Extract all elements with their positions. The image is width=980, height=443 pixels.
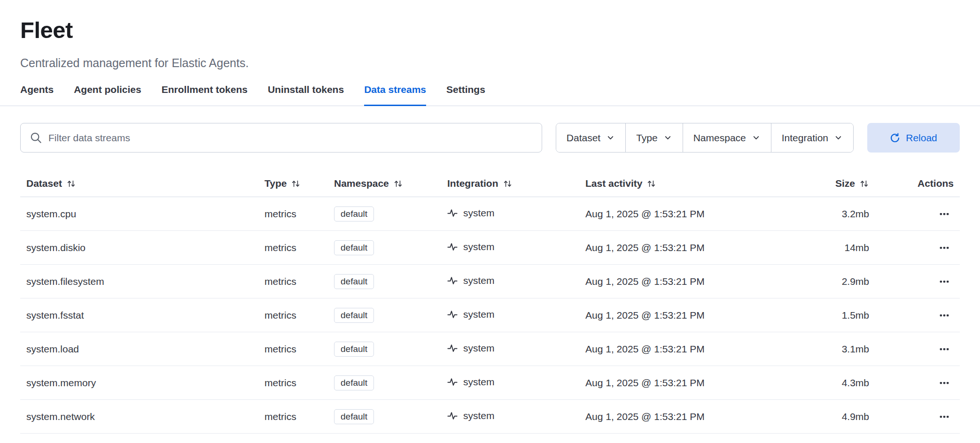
activity-icon (447, 411, 458, 421)
activity-icon (447, 377, 458, 387)
filter-dataset-label: Dataset (567, 132, 600, 144)
ellipsis-icon (939, 243, 949, 253)
tab-agents[interactable]: Agents (20, 84, 54, 106)
table-row: system.cpu metrics default system Aug 1,… (20, 197, 960, 231)
size-value: 4.9mb (842, 411, 869, 422)
namespace-badge: default (334, 240, 374, 255)
search-input[interactable] (48, 132, 532, 144)
integration-value: system (463, 343, 495, 354)
integration-value: system (463, 275, 495, 286)
row-actions-button[interactable] (935, 238, 954, 257)
size-value: 14mb (844, 242, 869, 253)
data-streams-table: Dataset Type Namespace Integration Last … (20, 170, 960, 434)
activity-icon (447, 343, 458, 353)
chevron-down-icon (752, 133, 761, 142)
filter-group: Dataset Type Namespace Integration (556, 123, 854, 153)
namespace-badge: default (334, 308, 374, 323)
integration-value: system (463, 410, 495, 421)
ellipsis-icon (939, 344, 949, 354)
namespace-badge: default (334, 206, 374, 222)
page-header: Fleet Centralized management for Elastic… (0, 0, 980, 106)
integration-value: system (463, 241, 495, 252)
type-value: metrics (264, 208, 296, 219)
namespace-badge: default (334, 375, 374, 390)
column-header-namespace[interactable]: Namespace (334, 178, 403, 189)
filter-type-button[interactable]: Type (625, 123, 683, 152)
size-value: 2.9mb (842, 276, 869, 287)
sort-icon (393, 179, 403, 189)
type-value: metrics (264, 310, 296, 321)
activity-icon (447, 242, 458, 252)
tabs-divider (0, 106, 980, 106)
type-value: metrics (264, 377, 296, 388)
dataset-value: system.cpu (26, 208, 76, 219)
sort-icon (859, 179, 869, 189)
row-actions-button[interactable] (935, 272, 954, 291)
type-value: metrics (264, 276, 296, 287)
last-activity-value: Aug 1, 2025 @ 1:53:21 PM (585, 344, 705, 354)
reload-label: Reload (906, 132, 937, 144)
filter-type-label: Type (636, 132, 658, 144)
toolbar: Dataset Type Namespace Integration Reloa… (20, 123, 960, 153)
table-header-row: Dataset Type Namespace Integration Last … (20, 170, 960, 197)
filter-namespace-label: Namespace (693, 132, 746, 144)
size-value: 3.2mb (842, 208, 869, 219)
table-row: system.fsstat metrics default system Aug… (20, 298, 960, 332)
reload-button[interactable]: Reload (867, 123, 960, 153)
tab-enrollment-tokens[interactable]: Enrollment tokens (162, 84, 248, 106)
activity-icon (447, 208, 458, 218)
activity-icon (447, 309, 458, 320)
table-row: system.diskio metrics default system Aug… (20, 231, 960, 265)
row-actions-button[interactable] (935, 407, 954, 426)
integration-value: system (463, 376, 495, 388)
table-row: system.load metrics default system Aug 1… (20, 332, 960, 366)
sort-icon (66, 179, 76, 189)
size-value: 4.3mb (842, 377, 869, 388)
dataset-value: system.diskio (26, 242, 86, 253)
filter-integration-label: Integration (782, 132, 828, 144)
tab-agent-policies[interactable]: Agent policies (74, 84, 141, 106)
namespace-badge: default (334, 274, 374, 289)
table-row: system.network metrics default system Au… (20, 400, 960, 434)
ellipsis-icon (939, 310, 949, 321)
filter-dataset-button[interactable]: Dataset (556, 123, 625, 152)
chevron-down-icon (834, 133, 843, 142)
last-activity-value: Aug 1, 2025 @ 1:53:21 PM (585, 377, 705, 388)
ellipsis-icon (939, 276, 949, 287)
row-actions-button[interactable] (935, 306, 954, 325)
integration-value: system (463, 207, 495, 219)
size-value: 3.1mb (842, 344, 869, 354)
dataset-value: system.fsstat (26, 310, 84, 321)
column-header-type[interactable]: Type (264, 178, 301, 189)
search-icon (30, 132, 42, 144)
tab-bar: Agents Agent policies Enrollment tokens … (20, 84, 960, 106)
tab-uninstall-tokens[interactable]: Uninstall tokens (268, 84, 344, 106)
ellipsis-icon (939, 412, 949, 422)
namespace-badge: default (334, 342, 374, 357)
dataset-value: system.memory (26, 377, 96, 388)
page-subtitle: Centralized management for Elastic Agent… (20, 56, 960, 70)
column-header-last-activity[interactable]: Last activity (585, 178, 656, 189)
page-title: Fleet (20, 17, 960, 43)
last-activity-value: Aug 1, 2025 @ 1:53:21 PM (585, 208, 705, 219)
row-actions-button[interactable] (935, 340, 954, 359)
filter-integration-button[interactable]: Integration (771, 123, 853, 152)
chevron-down-icon (663, 133, 672, 142)
column-header-dataset[interactable]: Dataset (26, 178, 76, 189)
last-activity-value: Aug 1, 2025 @ 1:53:21 PM (585, 411, 705, 422)
row-actions-button[interactable] (935, 374, 954, 392)
tab-settings[interactable]: Settings (446, 84, 485, 106)
chevron-down-icon (606, 133, 615, 142)
filter-namespace-button[interactable]: Namespace (683, 123, 771, 152)
row-actions-button[interactable] (935, 205, 954, 223)
column-header-integration[interactable]: Integration (447, 178, 513, 189)
tab-data-streams[interactable]: Data streams (364, 84, 426, 106)
sort-icon (646, 179, 656, 189)
last-activity-value: Aug 1, 2025 @ 1:53:21 PM (585, 276, 705, 287)
activity-icon (447, 275, 458, 286)
search-box (20, 123, 542, 153)
column-header-actions: Actions (918, 178, 954, 189)
refresh-icon (890, 133, 900, 143)
column-header-size[interactable]: Size (835, 178, 869, 189)
table-row: system.memory metrics default system Aug… (20, 366, 960, 400)
